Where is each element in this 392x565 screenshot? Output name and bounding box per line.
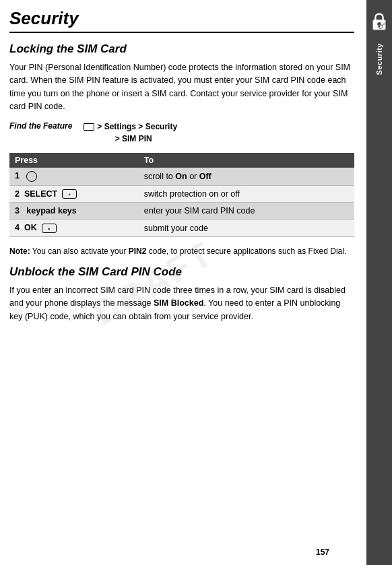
lock-icon [370, 11, 389, 33]
section2-body: If you enter an incorrect SIM card PIN c… [9, 284, 354, 323]
main-content: DRAFT Security Locking the SIM Card Your… [0, 0, 366, 565]
step-number: 1 [15, 171, 20, 180]
note-block: Note: You can also activate your PIN2 co… [9, 245, 354, 257]
find-feature-path-part2: > SIM PIN [115, 134, 152, 143]
svg-line-5 [384, 24, 385, 25]
table-header-row: Press To [9, 153, 354, 168]
action-cell: scroll to On or Off [139, 168, 354, 186]
find-feature-block: Find the Feature > Settings > Security >… [9, 121, 354, 145]
select-button-icon [62, 189, 77, 199]
col2-header: To [139, 153, 354, 168]
step-cell: 3 keypad keys [9, 203, 139, 220]
sidebar: Security [366, 0, 392, 565]
note-label: Note: [9, 246, 30, 256]
col1-header: Press [9, 153, 139, 168]
section1-heading: Locking the SIM Card [9, 42, 354, 56]
step-cell: 4 OK [9, 220, 139, 237]
table-row: 4 OK submit your code [9, 220, 354, 237]
action-cell: switch protection on or off [139, 185, 354, 203]
steps-table: Press To 1 scroll to On or Off [9, 153, 354, 237]
svg-line-6 [385, 24, 385, 24]
step-number: 3 [15, 206, 20, 215]
find-feature-path: > Settings > Security > SIM PIN [84, 121, 177, 145]
note-text: You can also activate your PIN2 code, to… [30, 246, 347, 256]
sidebar-icon-wrap [368, 5, 391, 39]
action-cell: enter your SIM card PIN code [139, 203, 354, 220]
step-number: 2 [15, 189, 20, 199]
find-feature-path-part1: > Settings > Security [97, 122, 177, 131]
step-number: 4 [15, 223, 20, 232]
action-cell: submit your code [139, 220, 354, 237]
section2-heading: Unblock the SIM Card PIN Code [9, 265, 354, 279]
page-container: DRAFT Security Locking the SIM Card Your… [0, 0, 392, 565]
ok-button-icon [42, 224, 57, 233]
table-row: 3 keypad keys enter your SIM card PIN co… [9, 203, 354, 220]
scroll-circle-icon [26, 171, 37, 182]
page-title: Security [9, 8, 354, 33]
table-row: 2 SELECT switch protection on or off [9, 185, 354, 203]
menu-icon [84, 123, 94, 131]
find-feature-label: Find the Feature [9, 121, 84, 131]
sidebar-label: Security [375, 43, 383, 75]
step-cell: 1 [9, 168, 139, 186]
page-number: 157 [316, 547, 329, 557]
table-row: 1 scroll to On or Off [9, 168, 354, 186]
section1-body: Your PIN (Personal Identification Number… [9, 61, 354, 114]
step-cell: 2 SELECT [9, 185, 139, 203]
